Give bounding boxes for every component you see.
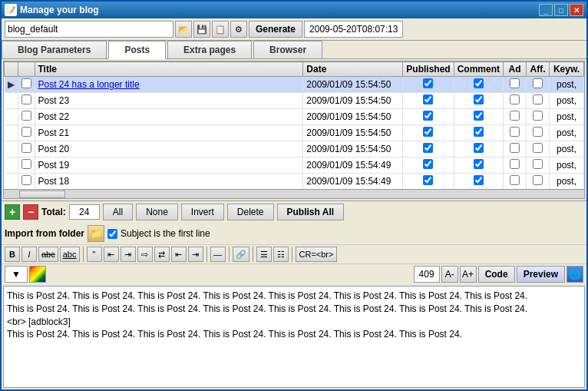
justify-button[interactable]: ⇄ <box>154 247 170 262</box>
tab-browser[interactable]: Browser <box>253 41 322 58</box>
open-button[interactable]: 📂 <box>175 21 192 38</box>
row-published-checkbox[interactable] <box>423 111 433 121</box>
row-ad-checkbox[interactable] <box>510 111 520 121</box>
row-aff-checkbox[interactable] <box>533 175 543 185</box>
tab-bar: Blog Parameters Posts Extra pages Browse… <box>2 41 586 59</box>
row-ad-checkbox[interactable] <box>510 127 520 137</box>
blog-name-input[interactable] <box>5 21 173 38</box>
horizontal-scrollbar[interactable] <box>4 189 584 198</box>
code-view-button[interactable]: Code <box>478 266 515 283</box>
row-select-checkbox[interactable] <box>21 111 31 121</box>
row-comment-checkbox[interactable] <box>474 127 484 137</box>
add-post-button[interactable]: + <box>5 204 20 220</box>
import-folder-button[interactable]: 📁 <box>88 225 104 242</box>
row-keywords: post, <box>550 77 584 93</box>
row-ad-checkbox[interactable] <box>510 143 520 153</box>
settings-button[interactable]: ⚙ <box>230 21 247 38</box>
blockquote-button[interactable]: " <box>87 247 102 262</box>
row-published-cell <box>403 174 454 190</box>
row-published-cell <box>403 93 454 109</box>
indent-increase-button[interactable]: ⇥ <box>188 247 203 262</box>
font-dropdown[interactable]: ▼ <box>5 266 28 283</box>
minimize-button[interactable]: _ <box>539 4 553 16</box>
row-ad-checkbox[interactable] <box>510 78 520 88</box>
invert-button[interactable]: Invert <box>181 204 224 220</box>
table-row[interactable]: ▶Post 24 has a longer title2009/01/09 15… <box>5 77 584 93</box>
posts-table-scroll[interactable]: Title Date Published Comment Ad Aff. Key… <box>4 61 584 189</box>
row-ad-checkbox[interactable] <box>510 94 520 104</box>
row-published-checkbox[interactable] <box>423 94 433 104</box>
row-title[interactable]: Post 24 has a longer title <box>35 77 303 93</box>
preview-button[interactable]: Preview <box>517 266 565 283</box>
table-row[interactable]: Post 222009/01/09 15:54:50post, <box>5 109 584 125</box>
align-right-button[interactable]: ⇨ <box>137 247 153 262</box>
row-date: 2009/01/09 15:54:50 <box>303 109 403 125</box>
row-checkbox-cell <box>18 174 35 190</box>
row-arrow <box>5 109 18 125</box>
bold-button[interactable]: B <box>5 247 20 262</box>
row-published-checkbox[interactable] <box>423 159 433 169</box>
row-select-checkbox[interactable] <box>21 159 31 169</box>
tab-blog-parameters[interactable]: Blog Parameters <box>2 41 107 58</box>
publish-all-button[interactable]: Publish All <box>277 204 345 220</box>
col-header-comment: Comment <box>454 62 503 77</box>
row-select-checkbox[interactable] <box>21 143 31 153</box>
row-comment-checkbox[interactable] <box>474 94 484 104</box>
row-date: 2009/01/09 15:54:49 <box>303 157 403 174</box>
underline-button[interactable]: abc <box>60 247 80 262</box>
row-select-checkbox[interactable] <box>21 175 31 185</box>
row-select-checkbox[interactable] <box>21 127 31 137</box>
close-button[interactable]: ✕ <box>570 4 583 16</box>
font-increase-button[interactable]: A+ <box>460 266 477 283</box>
unordered-list-button[interactable]: ☰ <box>256 247 272 262</box>
table-row[interactable]: Post 192009/01/09 15:54:49post, <box>5 157 584 174</box>
row-ad-checkbox[interactable] <box>510 159 520 169</box>
row-comment-checkbox[interactable] <box>474 78 484 88</box>
font-decrease-button[interactable]: A- <box>441 266 458 283</box>
row-aff-checkbox[interactable] <box>533 143 543 153</box>
subject-first-line-checkbox[interactable] <box>107 229 117 239</box>
row-published-checkbox[interactable] <box>423 78 433 88</box>
row-comment-checkbox[interactable] <box>474 175 484 185</box>
row-comment-checkbox[interactable] <box>474 143 484 153</box>
row-select-checkbox[interactable] <box>21 78 31 88</box>
link-button[interactable]: 🔗 <box>233 247 249 262</box>
row-ad-checkbox[interactable] <box>510 175 520 185</box>
copy-button[interactable]: 📋 <box>212 21 229 38</box>
ordered-list-button[interactable]: ☷ <box>273 247 289 262</box>
none-button[interactable]: None <box>136 204 178 220</box>
row-published-checkbox[interactable] <box>423 127 433 137</box>
post-editor[interactable]: This is Post 24. This is Post 24. This i… <box>3 286 585 388</box>
row-published-checkbox[interactable] <box>423 175 433 185</box>
row-comment-checkbox[interactable] <box>474 159 484 169</box>
save-button[interactable]: 💾 <box>193 21 210 38</box>
table-row[interactable]: Post 202009/01/09 15:54:50post, <box>5 141 584 157</box>
maximize-button[interactable]: □ <box>554 4 568 16</box>
row-published-checkbox[interactable] <box>423 143 433 153</box>
row-aff-checkbox[interactable] <box>533 111 543 121</box>
row-aff-checkbox[interactable] <box>533 78 543 88</box>
row-aff-checkbox[interactable] <box>533 159 543 169</box>
row-select-checkbox[interactable] <box>21 94 31 104</box>
globe-button[interactable]: 🌐 <box>567 266 583 283</box>
cr-br-button[interactable]: CR=<br> <box>296 247 338 262</box>
tab-posts[interactable]: Posts <box>108 41 166 59</box>
row-aff-checkbox[interactable] <box>533 127 543 137</box>
color-button[interactable] <box>29 266 46 283</box>
tab-extra-pages[interactable]: Extra pages <box>167 41 252 58</box>
hr-button[interactable]: — <box>210 247 226 262</box>
row-comment-checkbox[interactable] <box>474 111 484 121</box>
indent-decrease-button[interactable]: ⇤ <box>171 247 187 262</box>
align-left-button[interactable]: ⇤ <box>104 247 119 262</box>
table-row[interactable]: Post 212009/01/09 15:54:50post, <box>5 125 584 141</box>
strikethrough-button[interactable]: abc <box>38 247 58 262</box>
table-row[interactable]: Post 232009/01/09 15:54:50post, <box>5 93 584 109</box>
remove-post-button[interactable]: − <box>23 204 38 220</box>
align-center-button[interactable]: ⇥ <box>121 247 136 262</box>
delete-button[interactable]: Delete <box>227 204 274 220</box>
italic-button[interactable]: I <box>21 247 37 262</box>
all-button[interactable]: All <box>103 204 133 220</box>
generate-button[interactable]: Generate <box>249 21 302 38</box>
table-row[interactable]: Post 182009/01/09 15:54:49post, <box>5 174 584 190</box>
row-aff-checkbox[interactable] <box>533 94 543 104</box>
